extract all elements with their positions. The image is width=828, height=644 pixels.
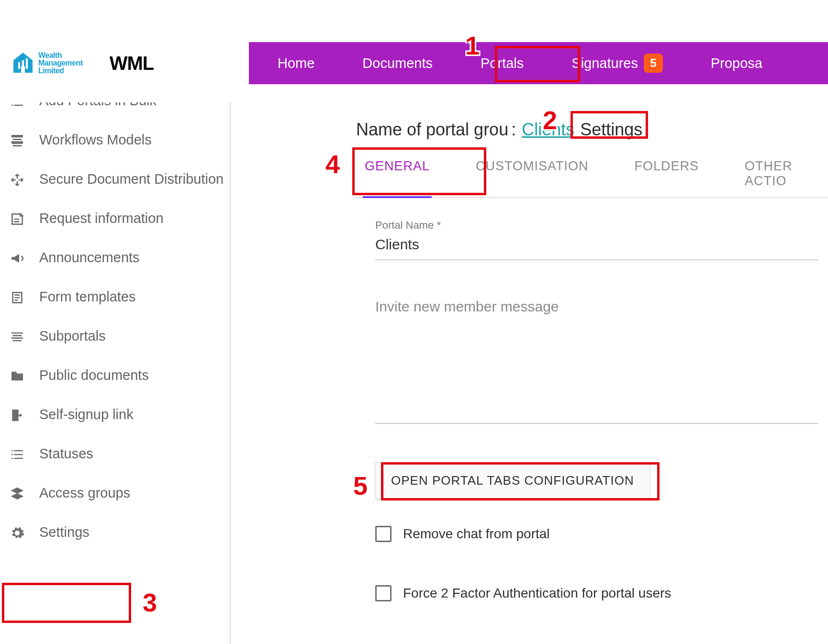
sidebar-item-statuses[interactable]: Statuses xyxy=(6,434,230,474)
tab-other-actions[interactable]: OTHER ACTIO xyxy=(736,151,828,197)
nav-proposals-label: Proposa xyxy=(711,56,762,71)
brand-line2: Management xyxy=(38,59,83,67)
tab-folders[interactable]: FOLDERS xyxy=(626,151,708,197)
workflow-icon xyxy=(9,132,26,149)
nav-home-label: Home xyxy=(278,56,314,71)
nav-documents-label: Documents xyxy=(362,56,433,71)
force-2fa-checkbox[interactable] xyxy=(375,585,392,601)
page-title: Name of portal grou: Clients Settings xyxy=(356,120,828,140)
header-left: Wealth Management Limited WML xyxy=(0,42,249,84)
sidebar-item-label: Access groups xyxy=(39,484,130,501)
sidebar-item-request-information[interactable]: Request information xyxy=(6,199,230,238)
tab-customisation[interactable]: CUSTOMISATION xyxy=(467,151,597,197)
settings-tabs: GENERAL CUSTOMISATION FOLDERS OTHER ACTI… xyxy=(356,151,828,198)
top-nav: Home Documents Portals Signatures 5 Prop… xyxy=(249,42,828,84)
sidebar-item-label: Subportals xyxy=(39,327,106,344)
signatures-badge: 5 xyxy=(644,54,663,73)
sidebar-item-label: Form templates xyxy=(39,288,135,305)
sidebar-item-label: Add Portals in Bulk xyxy=(39,102,157,109)
sidebar-item-workflows-models[interactable]: Workflows Models xyxy=(6,121,230,160)
sidebar-item-access-groups[interactable]: Access groups xyxy=(6,474,230,513)
sidebar-item-label: Announcements xyxy=(39,249,140,266)
nav-portals-label: Portals xyxy=(481,56,524,71)
subportal-icon xyxy=(9,328,26,345)
remove-chat-checkbox[interactable] xyxy=(375,526,392,542)
gear-icon xyxy=(9,524,26,542)
status-icon xyxy=(9,446,26,463)
main-content: Name of portal grou: Clients Settings GE… xyxy=(241,102,828,644)
brand-logo: Wealth Management Limited xyxy=(11,52,83,75)
list-icon xyxy=(9,102,26,110)
svg-rect-0 xyxy=(18,62,20,69)
remove-chat-row: Remove chat from portal xyxy=(375,526,818,542)
sidebar-item-label: Settings xyxy=(39,523,90,541)
sidebar-item-label: Request information xyxy=(39,210,164,227)
sidebar-item-add-portals-bulk[interactable]: Add Portals in Bulk xyxy=(6,102,230,121)
force-2fa-row: Force 2 Factor Authentication for portal… xyxy=(375,585,818,601)
sidebar-item-label: Self-signup link xyxy=(39,406,134,423)
sidebar-item-label: Workflows Models xyxy=(39,131,152,148)
sidebar-item-label: Secure Document Distribution xyxy=(39,170,224,188)
app-header: Wealth Management Limited WML Home Docum… xyxy=(0,42,828,84)
nav-signatures-label: Signatures xyxy=(571,56,638,71)
sidebar-item-announcements[interactable]: Announcements xyxy=(6,238,230,278)
door-icon xyxy=(9,407,26,424)
house-bars-icon xyxy=(11,52,34,75)
sidebar-item-label: Statuses xyxy=(39,445,93,462)
sidebar-item-label: Public documents xyxy=(39,366,149,384)
distribute-icon xyxy=(9,171,26,189)
invite-message-input[interactable] xyxy=(375,319,818,424)
form-icon xyxy=(9,289,26,306)
portal-group-link[interactable]: Clients xyxy=(519,120,577,140)
force-2fa-label: Force 2 Factor Authentication for portal… xyxy=(403,586,671,601)
general-form: Portal Name * Invite new member message … xyxy=(375,219,818,601)
brand-text: Wealth Management Limited xyxy=(38,52,83,75)
request-icon xyxy=(9,211,26,228)
layers-icon xyxy=(9,485,26,502)
sidebar-item-settings[interactable]: Settings xyxy=(6,513,230,552)
brand-line1: Wealth xyxy=(38,52,83,59)
portal-name-label: Portal Name * xyxy=(375,219,818,232)
sidebar: Add Portals in Bulk Workflows Models Sec… xyxy=(6,102,231,644)
open-portal-tabs-config-button[interactable]: OPEN PORTAL TABS CONFIGURATION xyxy=(375,462,650,499)
app-name: WML xyxy=(110,53,154,74)
nav-portals[interactable]: Portals xyxy=(481,56,524,71)
nav-proposals[interactable]: Proposa xyxy=(711,56,762,71)
svg-rect-2 xyxy=(26,58,28,69)
sidebar-item-self-signup-link[interactable]: Self-signup link xyxy=(6,395,230,434)
brand-line3: Limited xyxy=(38,67,83,75)
page-title-prefix: Name of portal grou xyxy=(356,120,508,140)
sidebar-item-secure-document-distribution[interactable]: Secure Document Distribution xyxy=(6,160,230,199)
svg-rect-1 xyxy=(22,60,24,69)
sidebar-item-public-documents[interactable]: Public documents xyxy=(6,356,230,395)
remove-chat-label: Remove chat from portal xyxy=(403,526,550,542)
invite-message-label: Invite new member message xyxy=(375,299,818,315)
page-title-colon: : xyxy=(511,120,516,140)
megaphone-icon xyxy=(9,250,26,267)
sidebar-item-subportals[interactable]: Subportals xyxy=(6,317,230,356)
tab-general[interactable]: GENERAL xyxy=(356,151,438,197)
nav-documents[interactable]: Documents xyxy=(362,56,433,71)
folder-icon xyxy=(9,367,26,385)
sidebar-item-form-templates[interactable]: Form templates xyxy=(6,278,230,317)
portal-name-input[interactable] xyxy=(375,232,818,260)
nav-home[interactable]: Home xyxy=(278,56,314,71)
nav-signatures[interactable]: Signatures 5 xyxy=(571,54,663,73)
page-title-suffix: Settings xyxy=(580,120,642,140)
